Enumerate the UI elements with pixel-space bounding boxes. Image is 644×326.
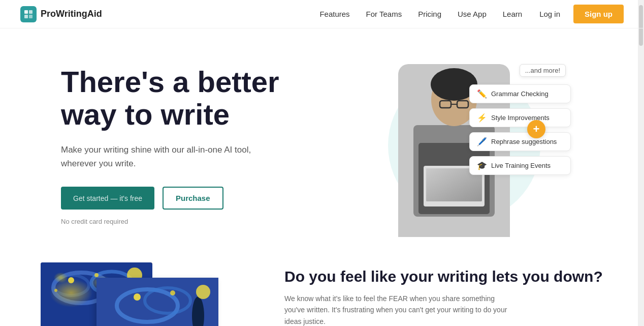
logo-link[interactable]: ProWritingAid	[20, 6, 102, 22]
logo-icon	[20, 6, 37, 22]
logo-text: ProWritingAid	[41, 9, 102, 19]
feature-cards: ✏️ Grammar Checking ⚡ Style Improvements…	[469, 84, 571, 175]
nav-use-app[interactable]: Use App	[458, 10, 487, 18]
nav-pricing[interactable]: Pricing	[418, 10, 441, 18]
nav-learn[interactable]: Learn	[503, 10, 522, 18]
get-started-suffix: — it's free	[110, 194, 142, 202]
hero-illustration: ...and more! ✏️ Grammar Checking ⚡ Style…	[368, 54, 561, 237]
hero-left: There's a better way to write Make your …	[61, 66, 325, 225]
hero-title: There's a better way to write	[61, 66, 325, 131]
painting-stack: My idea in my head	[41, 262, 234, 326]
style-icon: ⚡	[477, 113, 487, 123]
painting-front: My idea in my head	[96, 278, 218, 326]
navbar: ProWritingAid Features For Teams Pricing…	[0, 0, 644, 28]
svg-point-30	[170, 290, 175, 295]
hero-note: No credit card required	[61, 218, 325, 225]
svg-point-18	[68, 277, 74, 283]
svg-point-35	[196, 285, 210, 299]
hero-section: There's a better way to write Make your …	[0, 28, 644, 252]
scrollbar-track	[638, 0, 644, 326]
plus-badge: +	[527, 120, 545, 138]
section2-right: Do you feel like your writing lets you d…	[284, 262, 603, 326]
svg-rect-0	[24, 10, 28, 14]
feature-card-style: ⚡ Style Improvements	[469, 108, 571, 127]
feature-card-grammar: ✏️ Grammar Checking	[469, 84, 571, 103]
section2-title: Do you feel like your writing lets you d…	[284, 268, 603, 286]
feature-card-rephrase-label: Rephrase suggestions	[491, 138, 557, 145]
feature-card-grammar-label: Grammar Checking	[491, 90, 549, 98]
get-started-label: Get started	[73, 194, 108, 202]
section2-left: My idea in my head	[41, 262, 254, 326]
hero-right: ...and more! ✏️ Grammar Checking ⚡ Style…	[325, 49, 603, 242]
get-started-button[interactable]: Get started — it's free	[61, 187, 154, 210]
nav-links: Features For Teams Pricing Use App Learn	[319, 10, 522, 18]
section2-text: We know what it's like to feel the FEAR …	[284, 293, 508, 326]
feature-card-style-label: Style Improvements	[491, 114, 550, 122]
svg-point-21	[54, 289, 57, 292]
nav-for-teams[interactable]: For Teams	[366, 10, 402, 18]
nav-features[interactable]: Features	[319, 10, 349, 18]
svg-point-16	[53, 275, 89, 295]
hero-subtitle: Make your writing shine with our all-in-…	[61, 143, 274, 170]
grammar-icon: ✏️	[477, 89, 487, 99]
svg-point-19	[94, 273, 99, 277]
more-label: ...and more!	[520, 64, 566, 77]
rephrase-icon: 🖊️	[477, 137, 487, 146]
feature-card-training-label: Live Training Events	[491, 162, 551, 169]
svg-rect-3	[29, 15, 33, 18]
training-icon: 🎓	[477, 161, 487, 170]
login-button[interactable]: Log in	[534, 7, 565, 21]
hero-buttons: Get started — it's free Purchase	[61, 187, 325, 210]
section2: My idea in my head Do you feel like your…	[0, 252, 644, 326]
svg-rect-1	[29, 10, 33, 14]
feature-card-training: 🎓 Live Training Events	[469, 156, 571, 175]
navbar-actions: Log in Sign up	[534, 5, 624, 23]
feature-card-rephrase: 🖊️ Rephrase suggestions	[469, 132, 571, 151]
purchase-button[interactable]: Purchase	[163, 187, 223, 210]
svg-point-29	[134, 293, 141, 301]
svg-rect-2	[24, 15, 28, 18]
signup-button[interactable]: Sign up	[573, 5, 624, 23]
